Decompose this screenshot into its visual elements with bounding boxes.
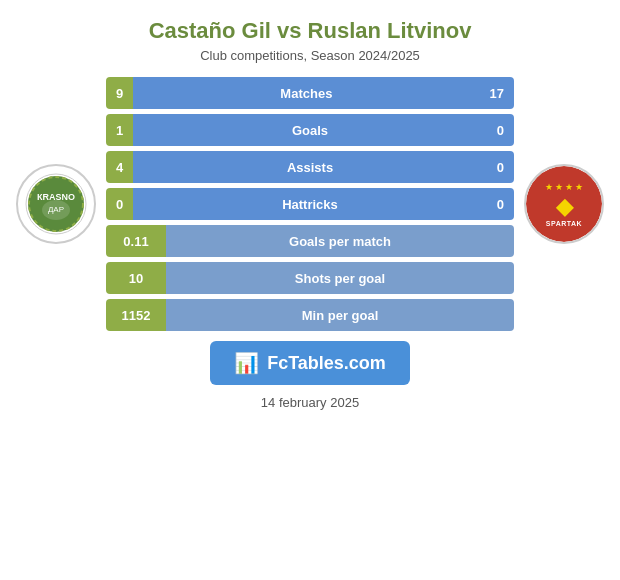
stat-left-value-5: 10	[106, 262, 166, 294]
stat-row-1: 1 Goals 0	[106, 114, 514, 146]
stat-label-1: Goals	[133, 114, 487, 146]
stat-right-value-1: 0	[487, 114, 514, 146]
spartak-name: SPARTAK	[546, 220, 582, 227]
stat-row-5: 10 Shots per goal	[106, 262, 514, 294]
fctables-logo-text: FcTables.com	[267, 353, 386, 374]
stat-row-3: 0 Hattricks 0	[106, 188, 514, 220]
svg-text:КRASNO: КRASNO	[37, 192, 75, 202]
match-subtitle: Club competitions, Season 2024/2025	[200, 48, 420, 63]
star-4: ★	[575, 182, 583, 192]
fctables-chart-icon: 📊	[234, 351, 259, 375]
star-3: ★	[565, 182, 573, 192]
stat-row-2: 4 Assists 0	[106, 151, 514, 183]
stat-left-value-4: 0.11	[106, 225, 166, 257]
spartak-stars: ★ ★ ★ ★	[545, 182, 583, 192]
stat-row-0: 9 Matches 17	[106, 77, 514, 109]
svg-text:ДАР: ДАР	[48, 205, 64, 214]
stat-right-value-2: 0	[487, 151, 514, 183]
star-1: ★	[545, 182, 553, 192]
stat-row-6: 1152 Min per goal	[106, 299, 514, 331]
stat-label-6: Min per goal	[166, 299, 514, 331]
stat-label-4: Goals per match	[166, 225, 514, 257]
star-2: ★	[555, 182, 563, 192]
match-title: Castaño Gil vs Ruslan Litvinov	[149, 18, 472, 44]
stat-label-5: Shots per goal	[166, 262, 514, 294]
stat-label-3: Hattricks	[133, 188, 487, 220]
footer-date: 14 february 2025	[261, 395, 359, 410]
stat-row-4: 0.11 Goals per match	[106, 225, 514, 257]
main-content-row: КRASNO ДАР 9 Matches 17 1 Goals 0 4 Assi…	[16, 77, 604, 331]
stat-label-0: Matches	[133, 77, 479, 109]
stat-left-value-1: 1	[106, 114, 133, 146]
stat-right-value-3: 0	[487, 188, 514, 220]
stat-left-value-2: 4	[106, 151, 133, 183]
main-container: Castaño Gil vs Ruslan Litvinov Club comp…	[0, 0, 620, 580]
spartak-diamond: ◆	[556, 194, 573, 220]
left-club-logo: КRASNO ДАР	[16, 164, 96, 244]
right-club-logo: ★ ★ ★ ★ ◆ SPARTAK	[524, 164, 604, 244]
stat-label-2: Assists	[133, 151, 487, 183]
fctables-logo-block: 📊 FcTables.com	[210, 341, 410, 385]
spartak-emblem-container: ★ ★ ★ ★ ◆ SPARTAK	[526, 166, 602, 242]
stat-right-value-0: 17	[480, 77, 514, 109]
stats-section: 9 Matches 17 1 Goals 0 4 Assists 0 0 Hat…	[96, 77, 524, 331]
stat-left-value-3: 0	[106, 188, 133, 220]
stat-left-value-0: 9	[106, 77, 133, 109]
stat-left-value-6: 1152	[106, 299, 166, 331]
